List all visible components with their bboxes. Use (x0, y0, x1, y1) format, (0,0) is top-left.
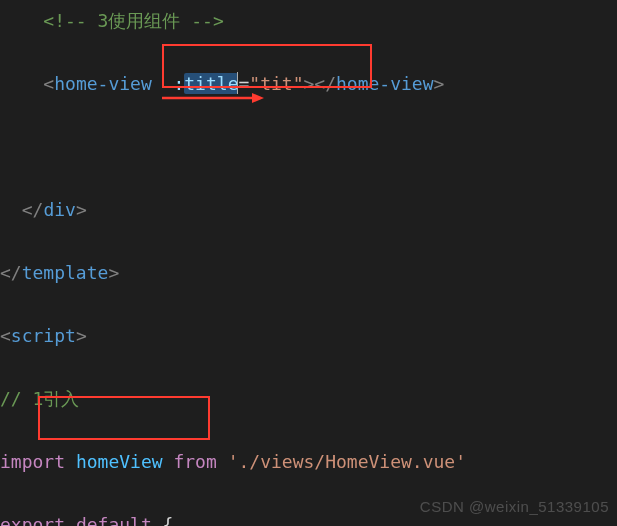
code-line: </div> (0, 194, 617, 226)
code-line: <home-view :title="tit"></home-view> (0, 68, 617, 100)
code-line: </template> (0, 257, 617, 289)
code-line: // 1引入 (0, 383, 617, 415)
code-line: import homeView from './views/HomeView.v… (0, 446, 617, 478)
code-line: <script> (0, 320, 617, 352)
selected-text: title (184, 73, 238, 94)
comment-text: <!-- 3使用组件 --> (43, 10, 223, 31)
code-line (0, 131, 617, 163)
code-editor[interactable]: <!-- 3使用组件 --> <home-view :title="tit"><… (0, 5, 617, 526)
watermark: CSDN @weixin_51339105 (420, 494, 609, 520)
code-line: <!-- 3使用组件 --> (0, 5, 617, 37)
